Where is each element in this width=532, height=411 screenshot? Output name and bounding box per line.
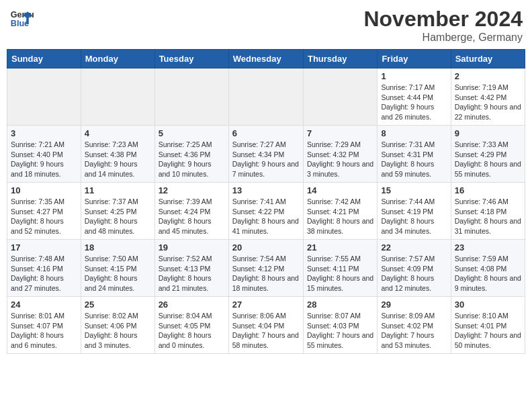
day-number: 14 [307,185,373,195]
day-number: 16 [455,185,521,195]
day-info: Sunrise: 7:48 AM Sunset: 4:16 PM Dayligh… [11,254,77,293]
day-number: 29 [381,300,447,310]
day-info: Sunrise: 7:55 AM Sunset: 4:11 PM Dayligh… [307,254,373,293]
calendar-cell: 16Sunrise: 7:46 AM Sunset: 4:18 PM Dayli… [451,183,525,240]
day-number: 24 [11,300,77,310]
day-info: Sunrise: 7:44 AM Sunset: 4:19 PM Dayligh… [381,197,447,236]
day-number: 7 [307,128,373,138]
calendar-cell: 30Sunrise: 8:10 AM Sunset: 4:01 PM Dayli… [451,297,525,354]
day-number: 21 [307,242,373,253]
day-info: Sunrise: 8:10 AM Sunset: 4:01 PM Dayligh… [455,311,521,351]
calendar-cell: 21Sunrise: 7:55 AM Sunset: 4:11 PM Dayli… [303,240,377,297]
calendar-cell: 1Sunrise: 7:17 AM Sunset: 4:44 PM Daylig… [378,68,451,126]
calendar-cell: 14Sunrise: 7:42 AM Sunset: 4:21 PM Dayli… [303,183,377,240]
week-row-2: 3Sunrise: 7:21 AM Sunset: 4:40 PM Daylig… [7,126,525,183]
day-number: 13 [232,185,300,195]
day-info: Sunrise: 7:41 AM Sunset: 4:22 PM Dayligh… [232,197,300,236]
calendar-cell: 7Sunrise: 7:29 AM Sunset: 4:32 PM Daylig… [303,126,377,183]
day-info: Sunrise: 7:35 AM Sunset: 4:27 PM Dayligh… [11,197,77,236]
calendar-cell: 10Sunrise: 7:35 AM Sunset: 4:27 PM Dayli… [7,183,81,240]
calendar-cell: 29Sunrise: 8:09 AM Sunset: 4:02 PM Dayli… [378,297,451,354]
calendar-cell: 26Sunrise: 8:04 AM Sunset: 4:05 PM Dayli… [154,297,228,354]
day-number: 15 [381,185,447,195]
day-info: Sunrise: 7:37 AM Sunset: 4:25 PM Dayligh… [85,197,151,236]
calendar-table: SundayMondayTuesdayWednesdayThursdayFrid… [7,49,525,354]
day-info: Sunrise: 7:23 AM Sunset: 4:38 PM Dayligh… [85,140,151,179]
day-info: Sunrise: 7:46 AM Sunset: 4:18 PM Dayligh… [455,197,521,236]
col-header-wednesday: Wednesday [228,50,303,68]
day-number: 11 [85,185,151,195]
calendar-cell [303,68,377,126]
calendar-cell: 25Sunrise: 8:02 AM Sunset: 4:06 PM Dayli… [81,297,154,354]
calendar-cell: 8Sunrise: 7:31 AM Sunset: 4:31 PM Daylig… [378,126,451,183]
calendar-cell: 13Sunrise: 7:41 AM Sunset: 4:22 PM Dayli… [228,183,303,240]
day-info: Sunrise: 7:42 AM Sunset: 4:21 PM Dayligh… [307,197,373,236]
day-info: Sunrise: 7:27 AM Sunset: 4:34 PM Dayligh… [232,140,300,179]
day-info: Sunrise: 7:59 AM Sunset: 4:08 PM Dayligh… [455,254,521,293]
location-subtitle: Hamberge, Germany [363,32,523,44]
calendar-cell: 17Sunrise: 7:48 AM Sunset: 4:16 PM Dayli… [7,240,81,297]
calendar-cell: 11Sunrise: 7:37 AM Sunset: 4:25 PM Dayli… [81,183,154,240]
calendar-cell: 19Sunrise: 7:52 AM Sunset: 4:13 PM Dayli… [154,240,228,297]
day-number: 2 [455,71,521,81]
calendar-cell: 28Sunrise: 8:07 AM Sunset: 4:03 PM Dayli… [303,297,377,354]
day-info: Sunrise: 8:06 AM Sunset: 4:04 PM Dayligh… [232,311,300,351]
logo-icon: General Blue [9,7,34,31]
day-number: 26 [159,300,225,310]
calendar-cell [81,68,154,126]
day-number: 22 [381,242,447,253]
day-number: 4 [85,128,151,138]
page-header: General Blue November 2024 Hamberge, Ger… [7,7,525,44]
day-number: 27 [232,300,300,310]
calendar-header-row: SundayMondayTuesdayWednesdayThursdayFrid… [7,50,525,68]
day-number: 18 [85,242,151,253]
day-number: 20 [232,242,300,253]
day-info: Sunrise: 7:17 AM Sunset: 4:44 PM Dayligh… [381,83,447,122]
day-info: Sunrise: 7:21 AM Sunset: 4:40 PM Dayligh… [11,140,77,179]
calendar-cell: 12Sunrise: 7:39 AM Sunset: 4:24 PM Dayli… [154,183,228,240]
day-number: 17 [11,242,77,253]
week-row-3: 10Sunrise: 7:35 AM Sunset: 4:27 PM Dayli… [7,183,525,240]
day-info: Sunrise: 8:04 AM Sunset: 4:05 PM Dayligh… [159,311,225,351]
calendar-cell: 6Sunrise: 7:27 AM Sunset: 4:34 PM Daylig… [228,126,303,183]
calendar-cell: 20Sunrise: 7:54 AM Sunset: 4:12 PM Dayli… [228,240,303,297]
day-info: Sunrise: 8:07 AM Sunset: 4:03 PM Dayligh… [307,311,373,351]
day-info: Sunrise: 7:25 AM Sunset: 4:36 PM Dayligh… [159,140,225,179]
day-number: 6 [232,128,300,138]
calendar-cell: 5Sunrise: 7:25 AM Sunset: 4:36 PM Daylig… [154,126,228,183]
logo: General Blue [9,7,34,31]
calendar-cell [228,68,303,126]
day-info: Sunrise: 7:57 AM Sunset: 4:09 PM Dayligh… [381,254,447,293]
day-info: Sunrise: 7:19 AM Sunset: 4:42 PM Dayligh… [455,83,521,122]
calendar-cell: 2Sunrise: 7:19 AM Sunset: 4:42 PM Daylig… [451,68,525,126]
calendar-cell [7,68,81,126]
svg-text:Blue: Blue [11,19,29,28]
calendar-cell: 23Sunrise: 7:59 AM Sunset: 4:08 PM Dayli… [451,240,525,297]
day-number: 9 [455,128,521,138]
week-row-4: 17Sunrise: 7:48 AM Sunset: 4:16 PM Dayli… [7,240,525,297]
col-header-thursday: Thursday [303,50,377,68]
calendar-cell [154,68,228,126]
day-info: Sunrise: 8:01 AM Sunset: 4:07 PM Dayligh… [11,311,77,351]
day-info: Sunrise: 8:02 AM Sunset: 4:06 PM Dayligh… [85,311,151,351]
day-info: Sunrise: 7:29 AM Sunset: 4:32 PM Dayligh… [307,140,373,179]
col-header-friday: Friday [378,50,451,68]
day-info: Sunrise: 8:09 AM Sunset: 4:02 PM Dayligh… [381,311,447,351]
calendar-cell: 9Sunrise: 7:33 AM Sunset: 4:29 PM Daylig… [451,126,525,183]
day-number: 10 [11,185,77,195]
day-info: Sunrise: 7:54 AM Sunset: 4:12 PM Dayligh… [232,254,300,293]
col-header-sunday: Sunday [7,50,81,68]
calendar-cell: 15Sunrise: 7:44 AM Sunset: 4:19 PM Dayli… [378,183,451,240]
calendar-cell: 22Sunrise: 7:57 AM Sunset: 4:09 PM Dayli… [378,240,451,297]
day-number: 5 [159,128,225,138]
col-header-saturday: Saturday [451,50,525,68]
day-number: 8 [381,128,447,138]
month-title: November 2024 [363,7,523,32]
day-info: Sunrise: 7:50 AM Sunset: 4:15 PM Dayligh… [85,254,151,293]
day-number: 23 [455,242,521,253]
day-number: 30 [455,300,521,310]
day-number: 3 [11,128,77,138]
col-header-monday: Monday [81,50,154,68]
col-header-tuesday: Tuesday [154,50,228,68]
calendar-cell: 18Sunrise: 7:50 AM Sunset: 4:15 PM Dayli… [81,240,154,297]
